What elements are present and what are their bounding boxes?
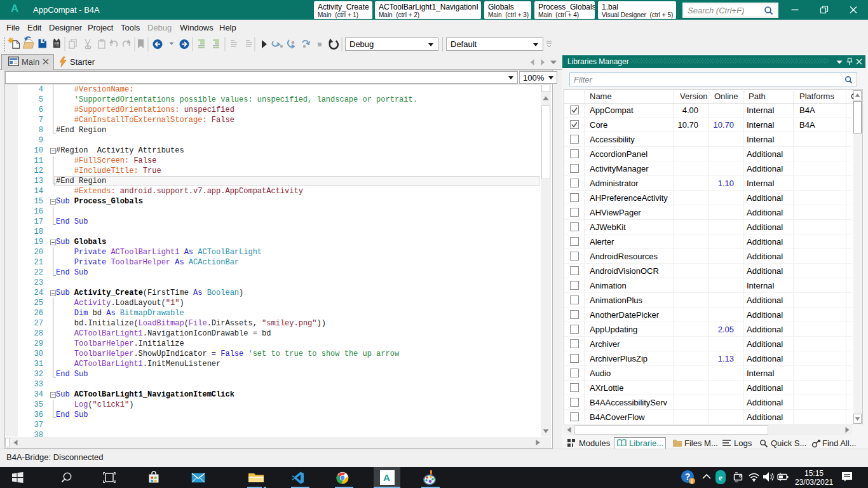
svg-text:i: i xyxy=(691,478,693,485)
svg-text:e: e xyxy=(719,473,722,482)
